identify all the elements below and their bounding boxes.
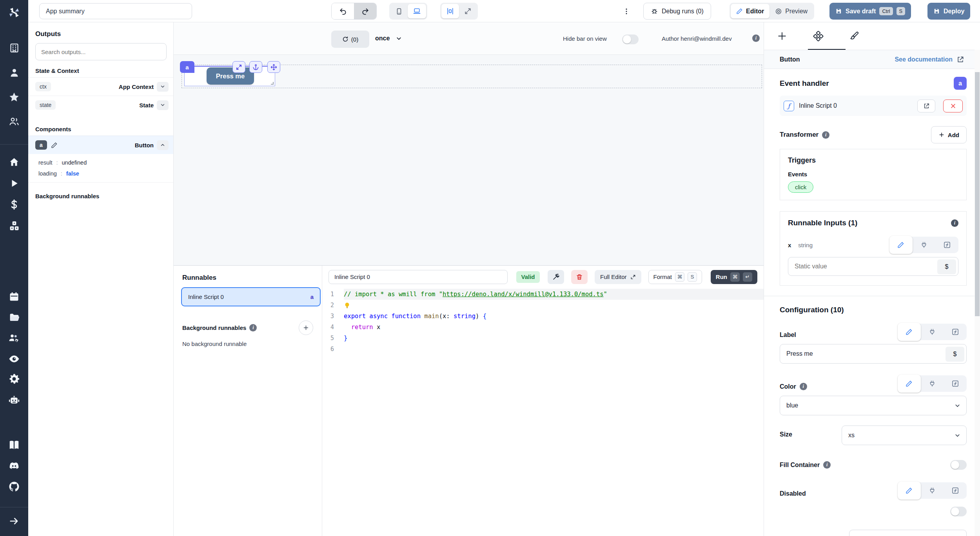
tab-component-settings[interactable] xyxy=(800,31,836,42)
component-collapse-button[interactable] xyxy=(157,140,169,150)
ai-wand-button[interactable] xyxy=(548,270,564,284)
debug-runs-button[interactable]: Debug runs (0) xyxy=(643,3,711,20)
template-dollar-button[interactable]: $ xyxy=(937,259,956,274)
state-row[interactable]: state State xyxy=(28,96,173,114)
press-me-button[interactable]: Press me xyxy=(207,67,254,85)
eval-mode-button[interactable] xyxy=(935,237,958,253)
panel-scrollbar[interactable] xyxy=(975,50,980,536)
undo-button[interactable] xyxy=(332,3,354,19)
remove-script-button[interactable] xyxy=(943,100,963,112)
component-a-row[interactable]: a Button xyxy=(28,136,173,154)
label-value-input[interactable] xyxy=(780,344,966,363)
groups-icon[interactable] xyxy=(0,116,28,127)
collapse-arrow-icon[interactable] xyxy=(0,516,28,527)
input-type: string xyxy=(798,242,813,248)
info-icon[interactable]: i xyxy=(951,219,958,227)
info-icon[interactable]: i xyxy=(822,131,829,139)
size-select[interactable]: xs xyxy=(842,426,967,445)
info-icon[interactable]: i xyxy=(752,34,760,42)
favorites-star-icon[interactable] xyxy=(0,92,28,103)
fullwidth-button[interactable] xyxy=(459,4,477,18)
format-button[interactable]: Format ⌘ S xyxy=(648,270,702,284)
eval-mode-button[interactable] xyxy=(944,482,967,499)
workspace-icon[interactable] xyxy=(0,43,28,53)
connect-mode-button[interactable] xyxy=(921,482,944,499)
schedules-calendar-icon[interactable] xyxy=(0,291,28,302)
chevron-down-icon[interactable] xyxy=(396,35,402,42)
static-mode-button[interactable] xyxy=(898,482,921,500)
info-icon[interactable]: i xyxy=(800,383,807,390)
lightbulb-icon[interactable] xyxy=(344,302,350,309)
audit-eye-icon[interactable] xyxy=(0,353,28,365)
windmill-logo[interactable] xyxy=(0,5,28,20)
add-background-runnable-button[interactable] xyxy=(299,321,313,335)
search-outputs-input[interactable] xyxy=(35,43,167,60)
refresh-count-button[interactable]: (0) xyxy=(331,31,369,48)
discord-icon[interactable] xyxy=(0,460,28,472)
info-icon[interactable]: i xyxy=(249,324,257,331)
state-expand-button[interactable] xyxy=(157,100,169,110)
event-script-card[interactable]: ƒ Inline Script 0 xyxy=(780,96,967,116)
runs-play-icon[interactable] xyxy=(0,178,28,188)
eval-mode-button[interactable] xyxy=(944,375,967,392)
user-icon[interactable] xyxy=(0,67,28,78)
static-mode-button[interactable] xyxy=(898,323,921,341)
hide-bar-toggle[interactable] xyxy=(622,34,639,44)
static-mode-button[interactable] xyxy=(898,375,921,393)
variables-dollar-icon[interactable] xyxy=(0,199,28,210)
app-canvas[interactable]: a Press me xyxy=(174,55,764,266)
github-icon[interactable] xyxy=(0,481,28,493)
ctx-expand-button[interactable] xyxy=(157,82,169,92)
info-icon[interactable]: i xyxy=(823,461,831,469)
resize-corner-handle[interactable] xyxy=(270,81,274,85)
ai-robot-icon[interactable] xyxy=(0,394,28,406)
deploy-button[interactable]: Deploy xyxy=(927,3,970,20)
disabled-toggle[interactable] xyxy=(950,507,967,516)
home-icon[interactable] xyxy=(0,157,28,168)
code-editor[interactable]: 1 // import * as wmill from "https://den… xyxy=(322,289,764,355)
color-mode-segmented xyxy=(898,375,967,392)
eval-mode-button[interactable] xyxy=(944,324,967,340)
triggers-card: Triggers Events click xyxy=(780,149,967,200)
static-mode-button[interactable] xyxy=(889,236,913,254)
script-name-input[interactable] xyxy=(328,270,508,284)
folders-icon[interactable] xyxy=(0,312,28,323)
inline-script-item[interactable]: Inline Script 0 a xyxy=(181,287,321,306)
full-editor-button[interactable]: Full Editor xyxy=(595,270,641,284)
delete-script-button[interactable] xyxy=(571,270,588,284)
scrollbar-thumb[interactable] xyxy=(975,72,980,316)
desktop-view-button[interactable] xyxy=(408,4,426,18)
expand-handle[interactable] xyxy=(232,61,245,73)
docs-book-icon[interactable] xyxy=(0,439,28,451)
editor-tab[interactable]: Editor xyxy=(731,4,769,18)
connect-mode-button[interactable] xyxy=(913,237,936,253)
run-button[interactable]: Run ⌘ ↵ xyxy=(711,270,757,284)
see-documentation-link[interactable]: See documentation xyxy=(895,56,964,63)
tab-insert-component[interactable] xyxy=(764,31,800,41)
workers-icon[interactable] xyxy=(0,332,28,344)
save-draft-button[interactable]: Save draft Ctrl S xyxy=(829,3,911,20)
color-select[interactable]: blue xyxy=(780,396,967,415)
tab-styling[interactable] xyxy=(836,31,872,41)
more-options-kebab[interactable] xyxy=(622,3,630,20)
run-mode-select[interactable]: once xyxy=(375,35,390,42)
connect-mode-button[interactable] xyxy=(921,375,944,392)
move-handle[interactable] xyxy=(267,61,280,73)
before-icon-select[interactable] xyxy=(849,530,967,536)
app-summary-input[interactable] xyxy=(39,3,192,19)
ctx-row[interactable]: ctx App Context xyxy=(28,77,173,96)
mobile-view-button[interactable] xyxy=(390,4,408,18)
rename-pencil-icon[interactable] xyxy=(51,142,58,148)
fill-container-toggle[interactable] xyxy=(950,460,967,470)
connect-mode-button[interactable] xyxy=(921,324,944,340)
open-script-button[interactable] xyxy=(917,100,935,112)
anchor-handle[interactable] xyxy=(249,61,262,73)
template-dollar-button[interactable]: $ xyxy=(946,347,964,362)
settings-gear-icon[interactable] xyxy=(0,373,28,385)
static-value-input[interactable] xyxy=(788,257,958,275)
resources-cubes-icon[interactable] xyxy=(0,220,28,232)
center-align-button[interactable] xyxy=(441,4,459,18)
add-transformer-button[interactable]: Add xyxy=(931,126,967,143)
preview-tab[interactable]: Preview xyxy=(769,4,813,18)
redo-button[interactable] xyxy=(354,3,376,19)
